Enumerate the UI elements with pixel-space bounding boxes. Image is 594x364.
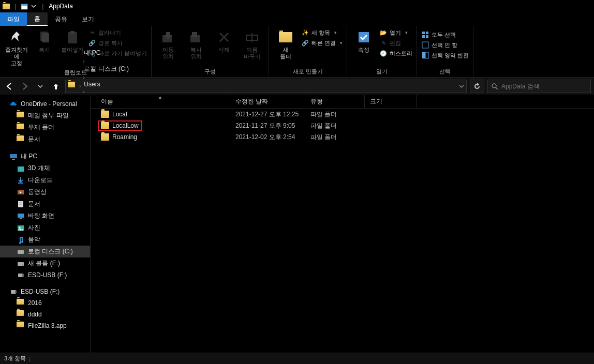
window-title: AppData: [49, 3, 73, 10]
properties-button[interactable]: 속성: [350, 27, 377, 53]
copy-button[interactable]: 복사: [31, 27, 58, 53]
col-size[interactable]: 크기: [365, 95, 417, 108]
nav-item[interactable]: 3D 개체: [0, 162, 90, 174]
invert-button[interactable]: 선택 영역 반전: [420, 51, 470, 60]
chevron-down-icon[interactable]: [29, 2, 38, 10]
easyaccess-button[interactable]: 🔗빠른 연결▾: [300, 38, 344, 48]
pin-button[interactable]: 즐겨찾기에 고정: [3, 27, 30, 67]
tab-home[interactable]: 홈: [27, 12, 48, 26]
nav-item[interactable]: 2016: [0, 297, 90, 309]
folder-icon: [101, 111, 109, 118]
col-type[interactable]: 유형: [305, 95, 365, 108]
usb-icon: [9, 287, 18, 296]
recent-dropdown[interactable]: [34, 80, 47, 93]
nav-thispc[interactable]: 내 PC: [0, 150, 90, 162]
tab-file[interactable]: 파일: [0, 12, 27, 26]
nav-item[interactable]: 문서: [0, 133, 90, 145]
nav-item[interactable]: 메일 첨부 파일: [0, 110, 90, 122]
nav-item[interactable]: 새 볼륨 (E:): [0, 257, 90, 269]
svg-rect-5: [70, 31, 75, 34]
svg-rect-29: [18, 214, 24, 218]
selectnone-button[interactable]: 선택 안 함: [420, 40, 470, 50]
nav-onedrive[interactable]: OneDrive - Personal: [0, 98, 90, 110]
chevron-right-icon[interactable]: ›: [82, 89, 85, 95]
col-name[interactable]: 이름▲: [91, 95, 230, 108]
up-button[interactable]: [50, 80, 62, 93]
file-name: Roaming: [112, 133, 137, 141]
ribbon-group-organize: 이동 위치 복사 위치 삭제 이름 바꾸기 구성: [152, 26, 269, 77]
file-row[interactable]: Local2021-12-27 오후 12:25파일 폴더: [91, 109, 594, 120]
nav-item[interactable]: 다운로드: [0, 174, 90, 186]
scissors-icon: ✂: [88, 28, 96, 37]
chevron-right-icon[interactable]: ›: [78, 83, 82, 89]
newitem-icon: ✨: [301, 28, 309, 37]
rename-button[interactable]: 이름 바꾸기: [239, 27, 265, 60]
file-list[interactable]: Local2021-12-27 오후 12:25파일 폴더LocalLow202…: [91, 109, 594, 353]
open-button[interactable]: 📂열기▾: [378, 28, 413, 37]
properties-qat-icon[interactable]: [20, 2, 28, 10]
folder-icon: [17, 135, 25, 144]
open-icon: 📂: [379, 28, 388, 37]
disk-icon: [17, 248, 25, 256]
file-type: 파일 폴더: [305, 133, 365, 142]
delete-icon: [216, 29, 232, 46]
chevron-right-icon[interactable]: ›: [82, 58, 85, 64]
breadcrumb-segment[interactable]: 내 PC: [82, 49, 131, 57]
delete-button[interactable]: 삭제: [211, 27, 237, 53]
tab-view[interactable]: 보기: [75, 12, 101, 26]
nav-item[interactable]: 음악: [0, 234, 90, 246]
nav-item[interactable]: 동영상: [0, 186, 90, 198]
usb-icon: [17, 271, 25, 279]
svg-point-34: [22, 252, 23, 253]
picture-icon: [17, 224, 25, 232]
nav-usb[interactable]: ESD-USB (F:): [0, 286, 90, 297]
newfolder-button[interactable]: 새 폴더: [272, 27, 299, 60]
back-button[interactable]: [3, 80, 16, 93]
addressbar[interactable]: › 내 PC›로컬 디스크 (C:)›Users›admin›AppData›: [65, 80, 467, 93]
ribbon-group-open: 속성 📂열기▾ ✎편집 🕘히스토리 열기: [347, 26, 417, 77]
newitem-button[interactable]: ✨새 항목▾: [300, 28, 344, 37]
folder-icon: [101, 133, 109, 141]
copypath-button[interactable]: 🔗경로 복사: [87, 38, 148, 48]
nav-item[interactable]: 로컬 디스크 (C:): [0, 246, 90, 257]
copyto-icon: [188, 29, 204, 46]
ribbon-group-new: 새 폴더 ✨새 항목▾ 🔗빠른 연결▾ 새로 만들기: [269, 26, 347, 77]
nav-pane[interactable]: OneDrive - Personal 메일 첨부 파일무제 폴더문서 내 PC…: [0, 95, 91, 353]
nav-item[interactable]: dddd: [0, 309, 90, 320]
chevron-right-icon[interactable]: ›: [82, 74, 85, 80]
svg-point-32: [19, 226, 21, 228]
nav-item[interactable]: 사진: [0, 222, 90, 234]
video-icon: [17, 188, 25, 196]
refresh-button[interactable]: [470, 80, 484, 93]
svg-rect-17: [422, 52, 425, 58]
search-input[interactable]: [501, 83, 587, 90]
file-name: LocalLow: [112, 122, 139, 129]
folder-icon: [17, 124, 25, 132]
statusbar: 3개 항목 |: [0, 353, 594, 364]
col-date[interactable]: 수정한 날짜: [230, 95, 305, 108]
tab-share[interactable]: 공유: [48, 12, 75, 26]
properties-icon: [355, 29, 372, 46]
breadcrumb-segment[interactable]: 로컬 디스크 (C:): [82, 65, 131, 73]
file-row[interactable]: LocalLow2021-11-27 오후 9:05파일 폴더: [91, 120, 594, 131]
svg-rect-16: [422, 42, 428, 48]
separator: |: [14, 3, 16, 10]
selectall-button[interactable]: 모두 선택: [420, 30, 470, 39]
nav-item[interactable]: ESD-USB (F:): [0, 269, 90, 281]
history-button[interactable]: 🕘히스토리: [378, 49, 413, 58]
chevron-down-icon[interactable]: [459, 84, 464, 89]
breadcrumb-segment[interactable]: Users: [82, 81, 131, 88]
svg-rect-18: [425, 52, 428, 58]
search-box[interactable]: [487, 80, 591, 93]
copyto-button[interactable]: 복사 위치: [183, 27, 210, 60]
file-row[interactable]: Roaming2021-12-02 오후 2:54파일 폴더: [91, 131, 594, 143]
moveto-button[interactable]: 이동 위치: [155, 27, 182, 60]
nav-item[interactable]: 무제 폴더: [0, 122, 90, 133]
forward-button[interactable]: [19, 80, 31, 93]
cut-button[interactable]: ✂잘라내기: [87, 28, 148, 37]
nav-item[interactable]: 문서: [0, 198, 90, 210]
nav-item[interactable]: FileZilla 3.app: [0, 320, 90, 331]
edit-button[interactable]: ✎편집: [378, 38, 413, 48]
column-headers: 이름▲ 수정한 날짜 유형 크기: [91, 95, 594, 109]
nav-item[interactable]: 바탕 화면: [0, 210, 90, 222]
